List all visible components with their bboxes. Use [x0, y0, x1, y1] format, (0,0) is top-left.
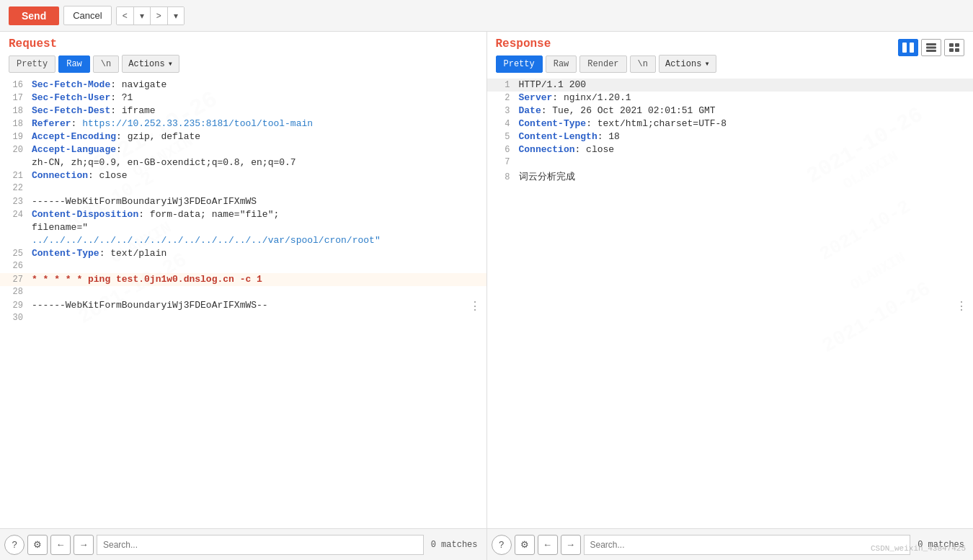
search-input-right[interactable] [584, 535, 911, 555]
code-line-30: 30 [0, 312, 487, 325]
code-line-24: 24 Content-Disposition: form-data; name=… [0, 208, 487, 221]
code-line-24c: ../../../../../../../../../../../../../.… [0, 234, 487, 247]
code-line-20b: zh-CN, zh;q=0.9, en-GB-oxendict;q=0.8, e… [0, 156, 487, 169]
grid-view-button[interactable] [944, 39, 964, 56]
actions-chevron-request: ▾ [168, 58, 173, 69]
tab-pretty-response[interactable]: Pretty [496, 55, 543, 73]
resp-line-3: 3 Date: Tue, 26 Oct 2021 02:01:51 GMT [487, 105, 974, 117]
code-line-28: 28 [0, 286, 487, 299]
tab-actions-request[interactable]: Actions ▾ [122, 55, 179, 73]
code-line-26: 26 [0, 260, 487, 273]
svg-rect-2 [926, 43, 936, 45]
history-nav-group: < ▾ > ▾ [116, 6, 185, 25]
svg-rect-0 [902, 43, 907, 53]
svg-rect-5 [949, 43, 954, 47]
next-button[interactable]: > [151, 7, 168, 25]
help-button-left[interactable]: ? [4, 535, 25, 555]
response-code-area[interactable]: 2021-10-26 2021-10-2 2021-10-26 OLANXIN … [487, 76, 974, 528]
bottom-bar-left: ? ⚙ ← → 0 matches [0, 528, 487, 560]
search-input-left[interactable] [97, 535, 424, 555]
matches-label-left: 0 matches [427, 540, 482, 550]
code-line-19b: 19 Accept-Encoding: gzip, deflate [0, 130, 487, 143]
resp-line-8: 8 词云分析完成 [487, 169, 974, 184]
code-line-19: 18 Referer: https://10.252.33.235:8181/t… [0, 117, 487, 130]
tab-raw-response[interactable]: Raw [546, 55, 577, 73]
code-line-27: 27 * * * * * ping test.0jn1w0.dnslog.cn … [0, 273, 487, 286]
response-title: Response [496, 37, 965, 50]
tab-render-response[interactable]: Render [579, 55, 626, 73]
csdn-watermark: CSDN_weixin_43847425 [871, 544, 966, 553]
watermark-r3: 2021-10-26 [818, 277, 934, 357]
code-line-29: 29 ------WebKitFormBoundaryiWj3FDEoArIFX… [0, 299, 487, 312]
code-line-17: 17 Sec-Fetch-User: ?1 [0, 92, 487, 105]
response-panel: Response Pretty Raw Render \n Actions ▾ … [487, 32, 974, 560]
tab-actions-response[interactable]: Actions ▾ [659, 55, 716, 73]
code-line-21: 21 Connection: close [0, 169, 487, 182]
prev-search-button-right[interactable]: ← [538, 535, 558, 555]
code-line-23: 23 ------WebKitFormBoundaryiWj3FDEoArIFX… [0, 195, 487, 208]
request-panel: Request Pretty Raw \n Actions ▾ 2021-10-… [0, 32, 487, 560]
watermark-r2: 2021-10-2 [815, 196, 914, 265]
request-title: Request [9, 37, 478, 50]
resp-line-5: 5 Content-Length: 18 [487, 130, 974, 143]
actions-label-response: Actions [665, 59, 701, 69]
send-button[interactable]: Send [9, 6, 59, 25]
code-line-20: 20 Accept-Language: [0, 143, 487, 156]
next-dropdown-button[interactable]: ▾ [168, 7, 184, 25]
svg-rect-6 [955, 43, 959, 47]
help-button-right[interactable]: ? [492, 535, 512, 555]
top-toolbar: Send Cancel < ▾ > ▾ [0, 0, 973, 32]
svg-rect-8 [955, 48, 959, 52]
split-view-button[interactable] [898, 39, 918, 56]
list-view-button[interactable] [921, 39, 941, 56]
svg-rect-7 [949, 48, 954, 52]
settings-button-right[interactable]: ⚙ [515, 535, 535, 555]
watermark-brand-r2: OLANXIN [848, 249, 908, 294]
svg-rect-1 [910, 43, 914, 53]
next-search-button-right[interactable]: → [561, 535, 581, 555]
context-menu-dots-left[interactable]: ⋮ [469, 299, 482, 314]
request-tab-bar: Pretty Raw \n Actions ▾ [9, 55, 478, 73]
prev-button[interactable]: < [117, 7, 134, 25]
code-line-22: 22 [0, 182, 487, 195]
code-line-25: 25 Content-Type: text/plain [0, 247, 487, 260]
resp-line-6: 6 Connection: close [487, 143, 974, 156]
tab-newline-request[interactable]: \n [93, 55, 119, 73]
next-search-button-left[interactable]: → [74, 535, 94, 555]
request-header: Request Pretty Raw \n Actions ▾ [0, 32, 487, 76]
cancel-button[interactable]: Cancel [63, 6, 111, 25]
request-code-area[interactable]: 2021-10-26 2021-10-2 2021-10-26 OLANXIN … [0, 76, 487, 528]
resp-line-7: 7 [487, 156, 974, 169]
tab-newline-response[interactable]: \n [630, 55, 656, 73]
tab-pretty-request[interactable]: Pretty [9, 55, 55, 73]
main-content: Request Pretty Raw \n Actions ▾ 2021-10-… [0, 32, 973, 560]
resp-line-2: 2 Server: nginx/1.20.1 [487, 92, 974, 105]
tab-raw-request[interactable]: Raw [58, 55, 90, 73]
context-menu-dots-right[interactable]: ⋮ [956, 299, 969, 314]
code-line-18: 18 Sec-Fetch-Dest: iframe [0, 105, 487, 117]
view-toggle-area [898, 39, 964, 56]
code-line-24b: filename=" [0, 221, 487, 234]
svg-rect-4 [926, 50, 936, 52]
prev-dropdown-button[interactable]: ▾ [134, 7, 151, 25]
settings-button-left[interactable]: ⚙ [27, 535, 48, 555]
actions-label-request: Actions [128, 59, 164, 69]
actions-chevron-response: ▾ [704, 58, 709, 69]
resp-line-1: 1 HTTP/1.1 200 [487, 79, 974, 92]
response-tab-bar: Pretty Raw Render \n Actions ▾ [496, 55, 965, 73]
prev-search-button-left[interactable]: ← [50, 535, 71, 555]
code-line-16: 16 Sec-Fetch-Mode: navigate [0, 79, 487, 92]
resp-line-4: 4 Content-Type: text/html;charset=UTF-8 [487, 117, 974, 130]
svg-rect-3 [926, 47, 936, 49]
